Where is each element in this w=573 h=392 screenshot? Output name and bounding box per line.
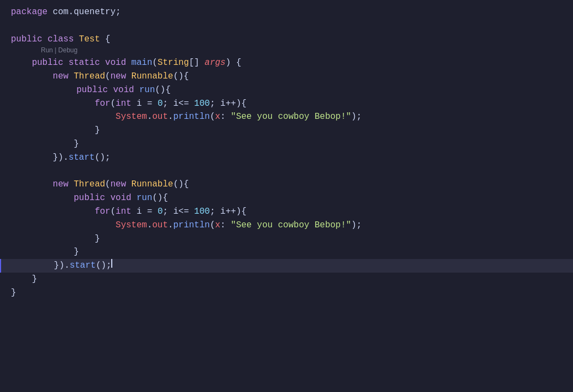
debug-label[interactable]: Debug [58, 46, 77, 54]
run-debug-hint[interactable]: Run | Debug [0, 46, 573, 56]
out2: out [152, 219, 168, 232]
string-val1: "See you cowboy Bebop!" [231, 110, 351, 124]
code-line-21: } [0, 286, 573, 300]
keyword-new1: new [53, 70, 74, 83]
keyword-new2: new [110, 70, 131, 83]
keyword-public3: public [76, 83, 113, 97]
keyword-public: public [11, 33, 47, 46]
indent-2b [11, 178, 53, 191]
close-class: } [11, 286, 16, 300]
code-editor: package com.quenetry; public class Test … [0, 0, 573, 392]
keyword-new3: new [53, 178, 74, 191]
keyword-new4: new [110, 178, 131, 191]
keyword-int1: int [116, 97, 131, 111]
close-main: } [32, 273, 37, 286]
param-args: args [204, 56, 225, 70]
close-run2: } [74, 245, 79, 259]
println1: println [173, 110, 210, 124]
keyword-for2: for [95, 205, 111, 219]
num-0-2: 0 [158, 205, 163, 219]
num-100-2: 100 [194, 205, 210, 219]
run-label[interactable]: Run [41, 46, 53, 54]
keyword-int2: int [116, 205, 131, 219]
vbar-1 [11, 83, 53, 97]
close-run1: } [74, 137, 79, 151]
class-runnable2: Runnable [131, 178, 173, 191]
code-line-20: } [0, 273, 573, 286]
keyword-package: package [11, 5, 53, 19]
code-line-13: new Thread(new Runnable(){ [0, 178, 573, 191]
code-line-3: public class Test { [0, 33, 573, 46]
code-line-17: } [0, 232, 573, 246]
code-line-5: new Thread(new Runnable(){ [0, 70, 573, 83]
start1: start [69, 151, 95, 165]
type-string: String [158, 56, 189, 70]
code-line-10: } [0, 137, 573, 151]
keyword-class: class [47, 33, 79, 46]
method-run2: run [136, 191, 152, 205]
code-line-12 [0, 165, 573, 178]
num-0-1: 0 [158, 97, 163, 111]
class-thread2: Thread [74, 178, 105, 191]
method-main: main [131, 56, 152, 70]
brace-open: { [105, 33, 111, 46]
println2: println [173, 219, 210, 232]
code-line-11: }).start(); [0, 151, 573, 165]
code-line-2 [0, 19, 573, 33]
code-line-18: } [0, 245, 573, 259]
class-runnable1: Runnable [131, 70, 173, 83]
label-x1: x [215, 110, 221, 124]
indent-2 [11, 70, 53, 83]
close-for2: } [95, 232, 100, 246]
system-out1: System [116, 110, 147, 124]
string-val2: "See you cowboy Bebop!" [231, 219, 351, 232]
code-line-1: package com.quenetry; [0, 5, 573, 19]
indent-1 [11, 56, 32, 70]
code-line-14: public void run(){ [0, 191, 573, 205]
code-line-6: public void run(){ [0, 83, 573, 97]
class-name: Test [79, 33, 105, 46]
class-thread1: Thread [74, 70, 105, 83]
system-out2: System [116, 219, 147, 232]
keyword-void2: void [113, 83, 139, 97]
code-line-9: } [0, 124, 573, 137]
code-line-16: System.out.println(x: "See you cowboy Be… [0, 219, 573, 232]
keyword-public2: public [32, 56, 68, 70]
text-cursor [111, 259, 112, 268]
close-for1: } [95, 124, 100, 137]
code-line-4: public static void main(String[] args) { [0, 56, 573, 70]
keyword-void3: void [110, 191, 136, 205]
keyword-void: void [105, 56, 131, 70]
keyword-for1: for [95, 97, 111, 111]
label-x2: x [215, 219, 221, 232]
code-line-15: for(int i = 0; i<= 100; i++){ [0, 205, 573, 219]
method-run1: run [139, 83, 155, 97]
num-100-1: 100 [194, 97, 210, 111]
keyword-public4: public [74, 191, 110, 205]
package-name: com.quenetry; [53, 5, 121, 19]
code-line-19: }).start(); [0, 259, 573, 273]
code-line-8: System.out.println(x: "See you cowboy Be… [0, 110, 573, 124]
out1: out [152, 110, 168, 124]
start2: start [70, 259, 96, 273]
code-line-7: for(int i = 0; i<= 100; i++){ [0, 97, 573, 111]
keyword-static: static [69, 56, 105, 70]
